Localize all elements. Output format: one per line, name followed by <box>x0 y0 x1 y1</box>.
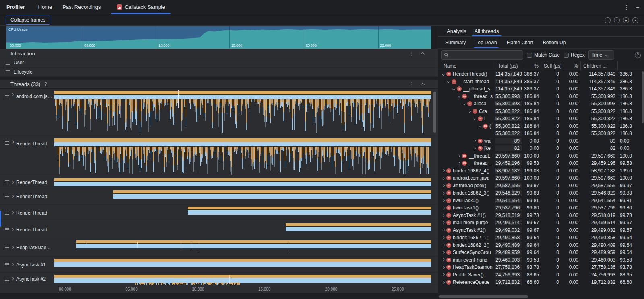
subtab-top-down[interactable]: Top Down <box>471 37 502 48</box>
search-input[interactable] <box>451 52 520 58</box>
interaction-header[interactable]: Interaction ⋮ <box>0 49 438 58</box>
zoom-out-icon[interactable]: − <box>605 17 611 23</box>
chevron-down-icon[interactable] <box>446 80 451 82</box>
match-case-checkbox[interactable] <box>527 53 532 58</box>
chevron-right-icon[interactable] <box>441 237 446 239</box>
chevron-down-icon[interactable] <box>457 95 461 97</box>
thread-track[interactable] <box>54 188 431 204</box>
flame-chart-track[interactable] <box>54 89 431 136</box>
chevron-right-icon[interactable] <box>473 147 477 150</box>
chevron-right-icon[interactable] <box>441 192 446 194</box>
thread-label[interactable]: android.com.ja... <box>0 89 54 136</box>
thread-label[interactable]: AsyncTask #2 <box>0 273 54 285</box>
table-row[interactable]: m__thread_s55,300,993186.8400.0055,300,9… <box>438 93 644 100</box>
chevron-right-icon[interactable] <box>473 140 477 142</box>
table-row[interactable]: mhwuiTask1()29,537,79699.8000.0029,537,7… <box>438 204 644 212</box>
chevron-right-icon[interactable] <box>441 207 446 209</box>
threads-header[interactable]: Threads (33) ? ⋮ <box>0 79 438 89</box>
chevron-right-icon[interactable] <box>457 162 461 164</box>
thread-track[interactable] <box>54 257 431 272</box>
chevron-right-icon[interactable] <box>457 155 461 157</box>
threads-collapse-icon[interactable] <box>421 82 425 86</box>
table-row[interactable]: m[ke820.0000.00820.00 <box>438 145 644 152</box>
chevron-down-icon[interactable] <box>441 73 446 75</box>
table-row[interactable]: mbinder:16862_3()29,546,82999.8300.0029,… <box>438 189 644 197</box>
chevron-right-icon[interactable] <box>441 222 446 224</box>
thread-label[interactable]: RenderThread <box>0 136 54 176</box>
chevron-right-icon[interactable] <box>441 229 446 231</box>
table-row[interactable]: mRenderThread()114,357,849386.3700.00114… <box>438 70 644 78</box>
reset-zoom-icon[interactable]: ● <box>623 17 629 23</box>
chevron-right-icon[interactable] <box>441 252 446 254</box>
table-row[interactable]: mJit thread pool()29,587,55599.9700.0029… <box>438 182 644 190</box>
zoom-in-icon[interactable]: + <box>614 17 620 23</box>
column-header-2[interactable]: % <box>522 61 541 70</box>
chevron-down-icon[interactable] <box>473 118 477 120</box>
table-row[interactable]: malloca55,300,993186.8400.0055,300,99318… <box>438 100 644 108</box>
column-header-5[interactable]: Children ... <box>581 61 618 70</box>
table-row[interactable]: mAsyncTask #2()29,499,03299.6700.0029,49… <box>438 227 644 234</box>
collapse-frames-button[interactable]: Collapse frames <box>6 16 50 25</box>
table-row[interactable]: m__pthread_s114,357,849386.3700.00114,35… <box>438 85 644 93</box>
table-h-scrollbar[interactable] <box>439 295 528 298</box>
table-row[interactable]: mHeapTaskDaemon27,758,13693.7800.0027,75… <box>438 264 644 271</box>
interaction-collapse-icon[interactable] <box>421 52 425 56</box>
thread-track[interactable] <box>54 238 431 256</box>
table-row[interactable]: mReferenceQueue19,712,83266.6000.0019,71… <box>438 279 644 286</box>
subtab-summary[interactable]: Summary <box>440 37 471 48</box>
tab-all-threads[interactable]: All threads <box>470 26 503 36</box>
tool-window-stripe-indicator[interactable] <box>0 211 1 227</box>
chevron-down-icon[interactable] <box>452 88 456 90</box>
subtab-bottom-up[interactable]: Bottom Up <box>538 37 571 48</box>
chevron-right-icon[interactable] <box>441 259 446 261</box>
thread-label[interactable]: RenderThread <box>0 205 54 221</box>
table-row[interactable]: 55,300,822186.8400.0055,300,822186.84 <box>438 130 644 137</box>
thread-label[interactable]: RenderThread <box>0 176 54 188</box>
column-header-4[interactable]: % <box>561 61 581 70</box>
table-row[interactable]: m__thread_29,459,19699.5300.0029,459,196… <box>438 160 644 167</box>
chevron-right-icon[interactable] <box>441 274 446 276</box>
chevron-right-icon[interactable] <box>441 199 446 201</box>
table-row[interactable]: mi55,300,822186.8400.0055,300,822186.84 <box>438 115 644 123</box>
table-row[interactable]: mSurfaceSyncGrou29,489,95999.6400.0029,4… <box>438 249 644 256</box>
table-row[interactable]: mProfile Saver()24,756,99383.6500.0024,7… <box>438 271 644 279</box>
table-row[interactable]: m__threadL29,597,660100.0000.0029,597,66… <box>438 152 644 160</box>
tab-analysis[interactable]: Analysis <box>443 26 470 36</box>
nav-item-past-recordings[interactable]: Past Recordings <box>57 0 106 14</box>
filter-dropdown[interactable]: Time <box>588 50 614 60</box>
threads-options-icon[interactable]: ⋮ <box>409 81 414 87</box>
table-row[interactable]: mmali-event-hand29,460,00399.5300.0029,4… <box>438 256 644 264</box>
table-row[interactable]: mbinder:16862_1()29,490,85899.6400.0029,… <box>438 234 644 242</box>
table-row[interactable]: mmali-mem-purge29,499,51499.6700.0029,49… <box>438 219 644 227</box>
thread-label[interactable]: RenderThread <box>0 221 54 238</box>
table-row[interactable]: mandroid.com.java29,597,660100.0000.0029… <box>438 174 644 182</box>
thread-label[interactable]: HeapTaskDae... <box>0 238 54 256</box>
threads-scrollbar[interactable] <box>433 92 436 133</box>
chevron-right-icon[interactable] <box>441 170 446 172</box>
chevron-right-icon[interactable] <box>441 281 446 283</box>
nav-item-home[interactable]: Home <box>33 0 58 14</box>
thread-label[interactable]: RenderThread <box>0 188 54 204</box>
table-row[interactable]: m__start_thread114,357,849386.3700.00114… <box>438 78 644 86</box>
interaction-options-icon[interactable]: ⋮ <box>409 51 414 57</box>
chevron-right-icon[interactable] <box>441 214 446 216</box>
interaction-row-user[interactable]: User <box>0 58 438 68</box>
table-row[interactable]: mhwuiTask0()29,541,55499.8100.0029,541,5… <box>438 197 644 205</box>
column-header-3[interactable]: Self (µs) <box>541 61 561 70</box>
chevron-down-icon[interactable] <box>462 103 466 105</box>
search-box[interactable] <box>441 50 523 60</box>
column-header-0[interactable]: Name <box>441 61 495 70</box>
chevron-down-icon[interactable] <box>467 110 472 112</box>
thread-track[interactable] <box>54 221 431 238</box>
chevron-right-icon[interactable] <box>441 244 446 246</box>
table-row[interactable]: mbinder:16862_4()58,907,182199.0300.0058… <box>438 167 644 175</box>
table-row[interactable]: mAsyncTask #1()29,518,01999.7300.0029,51… <box>438 212 644 219</box>
tab-callstack-sample[interactable]: Callstack Sample <box>110 0 171 14</box>
regex-checkbox[interactable] <box>564 53 569 58</box>
flame-chart-track[interactable] <box>54 136 431 176</box>
table-row[interactable]: mGra55,300,822186.8400.0055,300,822186.8… <box>438 108 644 115</box>
column-header-1[interactable]: Total (µs) <box>495 61 522 70</box>
thread-track[interactable] <box>54 176 431 188</box>
help-icon[interactable]: ? <box>635 52 641 58</box>
hide-tool-window-icon[interactable]: − <box>636 4 639 10</box>
